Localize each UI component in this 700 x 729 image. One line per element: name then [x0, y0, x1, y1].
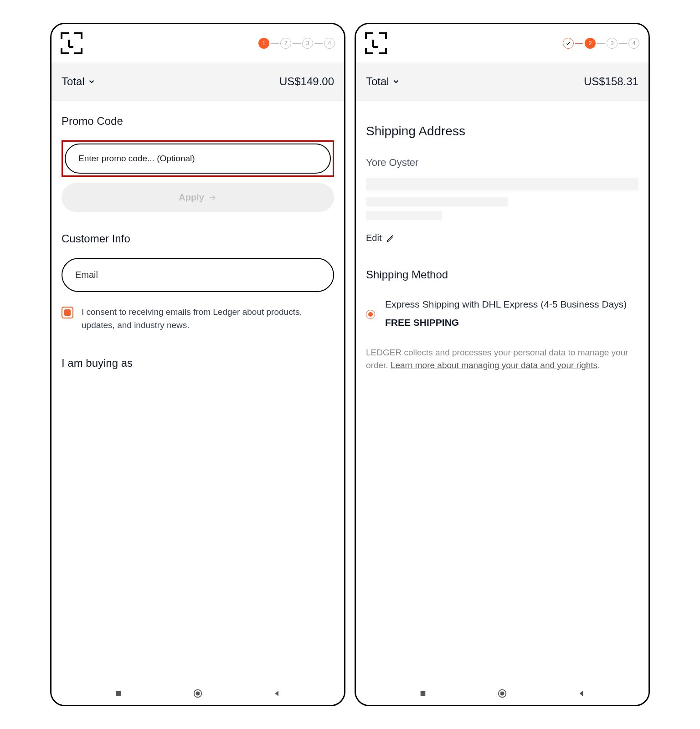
apply-button[interactable]: Apply [62, 183, 334, 212]
promo-code-title: Promo Code [62, 115, 334, 128]
address-line-redacted [366, 178, 638, 190]
svg-rect-3 [421, 691, 426, 696]
step-1: 1 [258, 38, 269, 49]
consent-checkbox[interactable] [62, 307, 73, 318]
recent-apps-icon[interactable] [417, 688, 428, 699]
ledger-logo-icon [61, 32, 82, 54]
back-icon[interactable] [576, 688, 587, 699]
step-3: 3 [607, 38, 618, 49]
free-shipping-label: FREE SHIPPING [385, 317, 627, 328]
step-4: 4 [628, 38, 639, 49]
check-icon [566, 41, 571, 46]
shipping-method-title: Shipping Method [366, 268, 638, 281]
step-2: 2 [280, 38, 291, 49]
total-amount: US$149.00 [279, 75, 334, 88]
arrow-right-icon [208, 193, 217, 202]
svg-rect-0 [116, 691, 121, 696]
legal-text: LEDGER collects and processes your perso… [366, 346, 638, 372]
email-input[interactable] [62, 258, 334, 292]
recent-apps-icon[interactable] [113, 688, 124, 699]
step-1-done [563, 38, 574, 49]
home-icon[interactable] [192, 688, 203, 699]
shipping-address-title: Shipping Address [366, 124, 638, 139]
home-icon[interactable] [497, 688, 508, 699]
step-3: 3 [302, 38, 313, 49]
svg-point-5 [500, 691, 504, 695]
checkout-stepper: 2 3 4 [563, 38, 639, 49]
total-bar[interactable]: Total US$149.00 [51, 62, 344, 101]
customer-info-title: Customer Info [62, 232, 334, 245]
checkout-stepper: 1 2 3 4 [258, 38, 335, 49]
header: 1 2 3 4 [51, 24, 344, 62]
back-icon[interactable] [272, 688, 283, 699]
ledger-logo-icon [365, 32, 387, 54]
chevron-down-icon [88, 77, 96, 86]
step-2: 2 [585, 38, 596, 49]
promo-code-input[interactable] [65, 144, 331, 174]
phone-screen-step1: 1 2 3 4 Total US$149.00 Promo Code Apply [50, 23, 345, 706]
shipping-radio[interactable] [366, 310, 375, 319]
android-navbar [356, 682, 649, 705]
consent-text: I consent to receiving emails from Ledge… [82, 306, 334, 332]
address-line-redacted [366, 197, 508, 206]
shipping-option-label: Express Shipping with DHL Express (4-5 B… [385, 297, 627, 312]
total-bar[interactable]: Total US$158.31 [356, 62, 649, 101]
chevron-down-icon [392, 77, 400, 86]
pencil-icon [386, 234, 395, 243]
legal-link[interactable]: Learn more about managing your data and … [391, 360, 597, 370]
step-4: 4 [324, 38, 335, 49]
total-label: Total [366, 75, 400, 88]
total-amount: US$158.31 [584, 75, 638, 88]
total-label: Total [62, 75, 96, 88]
svg-point-2 [196, 691, 200, 695]
header: 2 3 4 [356, 24, 649, 62]
shipping-option[interactable]: Express Shipping with DHL Express (4-5 B… [366, 297, 638, 328]
address-name: Yore Oyster [366, 157, 638, 169]
phone-screen-step2: 2 3 4 Total US$158.31 Shipping Address Y… [355, 23, 650, 706]
android-navbar [51, 682, 344, 705]
buying-as-title: I am buying as [62, 357, 334, 370]
promo-highlight [62, 140, 334, 177]
edit-address-button[interactable]: Edit [366, 233, 638, 243]
address-line-redacted [366, 211, 442, 220]
